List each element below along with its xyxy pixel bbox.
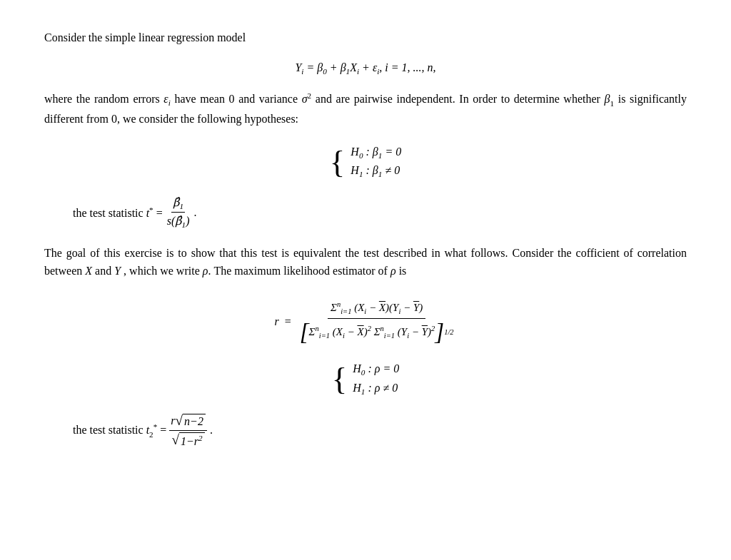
brace-system-1: { H0 : β1 = 0 H1 : β1 ≠ 0 (330, 146, 401, 178)
r-formula-block: r = Σni=1 (Xi − X)(Yi − Y) [ Σni=1 (Xi −… (44, 300, 687, 343)
paragraph-1: where the random errors εi have mean 0 a… (44, 90, 687, 128)
right-bracket: ] (435, 322, 444, 343)
main-content: Consider the simple linear regression mo… (44, 29, 687, 448)
test-stat-2-numerator: r √n−2 (169, 413, 207, 431)
hypotheses-2-block: { H0 : ρ = 0 H1 : ρ ≠ 0 (44, 362, 687, 395)
r-equals: = (285, 315, 291, 328)
hypotheses-1-block: { H0 : β1 = 0 H1 : β1 ≠ 0 (44, 146, 687, 178)
hypothesis-h1-1: H1 : β1 ≠ 0 (351, 164, 401, 178)
r-fraction: Σni=1 (Xi − X)(Yi − Y) [ Σni=1 (Xi − X)2… (297, 300, 457, 343)
test-stat-2-denominator: √1−r2 (171, 431, 206, 448)
brace-system-2: { H0 : ρ = 0 H1 : ρ ≠ 0 (332, 362, 399, 395)
test-stat-1-period: . (193, 206, 196, 219)
test-stat-1-denominator: s(β̂1) (166, 213, 191, 229)
hypothesis-lines-1: H0 : β1 = 0 H1 : β1 ≠ 0 (351, 146, 401, 178)
test-stat-1-prefix: the test statistic t* = (73, 205, 163, 220)
left-bracket: [ (300, 322, 309, 343)
test-stat-2-fraction: r √n−2 √1−r2 (169, 413, 207, 448)
hypothesis-lines-2: H0 : ρ = 0 H1 : ρ ≠ 0 (353, 362, 399, 395)
test-statistic-2: the test statistic t2* = r √n−2 √1−r2 . (73, 413, 687, 448)
hypothesis-h1-2: H1 : ρ ≠ 0 (353, 382, 399, 396)
r-denominator: [ Σni=1 (Xi − X)2 Σni=1 (Yi − Y)2 ] 1/2 (297, 319, 457, 343)
test-statistic-1: the test statistic t* = β̂1 s(β̂1) . (73, 195, 687, 229)
equation-text: Yi = β0 + β1Xi + εi, i = 1, ..., n, (295, 61, 435, 73)
opening-paragraph: Consider the simple linear regression mo… (44, 29, 687, 47)
r-label: r (274, 315, 278, 328)
sqrt-content-numerator: n−2 (183, 414, 206, 428)
numerator-sqrt: r √n−2 (171, 413, 206, 429)
hypothesis-h0-1: H0 : β1 = 0 (351, 146, 401, 160)
r-numerator: Σni=1 (Xi − X)(Yi − Y) (328, 300, 425, 319)
test-stat-1-numerator: β̂1 (171, 195, 185, 213)
denominator-sqrt: √1−r2 (172, 432, 205, 448)
test-stat-1-fraction: β̂1 s(β̂1) (166, 195, 191, 229)
test-stat-2-prefix: the test statistic t2* = (73, 422, 166, 439)
paragraph-2: The goal of this exercise is to show tha… (44, 244, 687, 280)
r-formula: r = Σni=1 (Xi − X)(Yi − Y) [ Σni=1 (Xi −… (274, 300, 456, 343)
left-brace-1: { (330, 146, 346, 178)
main-equation: Yi = β0 + β1Xi + εi, i = 1, ..., n, (44, 61, 687, 76)
left-brace-2: { (332, 363, 348, 395)
hypothesis-h0-2: H0 : ρ = 0 (353, 362, 399, 377)
sqrt-content-denominator: 1−r2 (179, 432, 205, 448)
r-denominator-bracket: [ Σni=1 (Xi − X)2 Σni=1 (Yi − Y)2 ] 1/2 (300, 322, 454, 343)
denom-content: Σni=1 (Xi − X)2 Σni=1 (Yi − Y)2 (309, 325, 435, 340)
opening-text: Consider the simple linear regression mo… (44, 31, 246, 44)
test-stat-2-period: . (210, 424, 213, 437)
